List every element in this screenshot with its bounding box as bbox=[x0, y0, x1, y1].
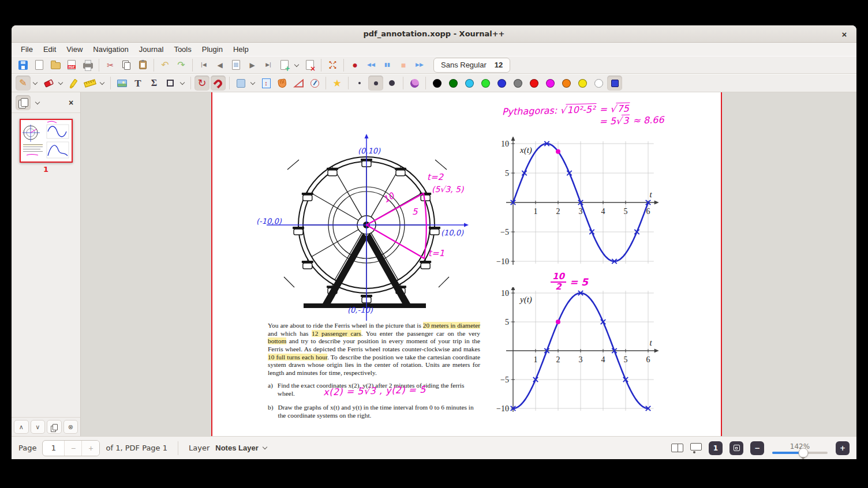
zoom-100-button[interactable]: 1 bbox=[709, 441, 723, 455]
math-tex-tool-icon[interactable]: Σ bbox=[147, 76, 162, 91]
menu-navigation[interactable]: Navigation bbox=[88, 44, 133, 55]
paste-icon[interactable] bbox=[135, 58, 150, 73]
page-number-input[interactable]: 1 bbox=[43, 441, 65, 456]
delete-page-icon[interactable] bbox=[302, 58, 317, 73]
color-swatch-cyan[interactable] bbox=[462, 76, 477, 91]
compass-tool-icon[interactable] bbox=[307, 76, 322, 91]
zoom-fit-button[interactable] bbox=[729, 441, 743, 455]
add-page-dropdown-icon[interactable] bbox=[293, 58, 301, 72]
print-icon[interactable] bbox=[80, 58, 95, 73]
wheel-label-top: (0,10) bbox=[358, 147, 380, 155]
new-document-icon[interactable] bbox=[32, 58, 47, 73]
color-swatch-lime[interactable] bbox=[478, 76, 493, 91]
document-canvas[interactable]: Pythagoras: √10²-5² = √75 = 5√3 ≈ 8.66 bbox=[81, 92, 856, 436]
eraser-options-chevron-icon[interactable] bbox=[57, 76, 65, 90]
color-swatch-blue[interactable] bbox=[494, 76, 509, 91]
shape-recognizer-icon[interactable]: ★ bbox=[330, 76, 345, 91]
zoom-slider-thumb[interactable] bbox=[798, 448, 808, 457]
cut-icon[interactable]: ✂ bbox=[103, 58, 118, 73]
export-pdf-icon[interactable] bbox=[64, 58, 79, 73]
previous-annotated-page-button[interactable]: ∧ bbox=[14, 420, 29, 434]
shape-tool-icon[interactable] bbox=[163, 76, 178, 91]
pdf-page[interactable]: Pythagoras: √10²-5² = √75 = 5√3 ≈ 8.66 bbox=[211, 92, 722, 436]
fill-tool-icon[interactable] bbox=[407, 76, 422, 91]
page-preview-icon[interactable] bbox=[229, 58, 244, 73]
setsquare-tool-icon[interactable] bbox=[291, 76, 306, 91]
color-swatch-magenta[interactable] bbox=[542, 76, 558, 91]
vertical-space-tool-icon[interactable] bbox=[259, 76, 274, 91]
page-thumbnail[interactable] bbox=[20, 119, 73, 163]
hand-tool-icon[interactable] bbox=[275, 76, 290, 91]
close-page-button[interactable]: ⊗ bbox=[63, 420, 78, 434]
stop-icon[interactable]: ■ bbox=[396, 58, 411, 73]
select-options-chevron-icon[interactable] bbox=[249, 76, 257, 90]
color-swatch-white[interactable] bbox=[591, 76, 606, 91]
color-picker-icon[interactable] bbox=[607, 76, 622, 91]
highlighter-tool-icon[interactable] bbox=[66, 76, 81, 91]
color-swatch-orange[interactable] bbox=[559, 76, 574, 91]
color-swatch-black[interactable] bbox=[429, 76, 444, 91]
fullscreen-icon[interactable] bbox=[325, 58, 340, 73]
sidebar-dropdown-chevron-icon[interactable] bbox=[34, 96, 42, 110]
color-swatch-gray[interactable] bbox=[510, 76, 525, 91]
pen-tool-icon[interactable]: ✎ bbox=[16, 76, 31, 91]
menu-view[interactable]: View bbox=[62, 44, 87, 55]
menu-journal[interactable]: Journal bbox=[134, 44, 169, 55]
text-tool-icon[interactable]: T bbox=[130, 76, 145, 91]
duplicate-page-button[interactable] bbox=[47, 420, 62, 434]
rewind-icon[interactable]: ◀◀ bbox=[364, 58, 379, 73]
page-increment-button[interactable]: + bbox=[82, 441, 99, 456]
zoom-slider[interactable] bbox=[772, 452, 828, 454]
redo-icon[interactable]: ↷ bbox=[174, 58, 189, 73]
color-swatch-yellow[interactable] bbox=[575, 76, 590, 91]
menu-edit[interactable]: Edit bbox=[39, 44, 61, 55]
sidebar-close-icon[interactable]: × bbox=[65, 98, 77, 107]
svg-text:x(t): x(t) bbox=[519, 145, 532, 155]
copy-icon[interactable] bbox=[119, 58, 134, 73]
page-decrement-button[interactable]: − bbox=[65, 441, 82, 456]
ruler-tool-icon[interactable] bbox=[83, 76, 98, 91]
last-page-icon[interactable]: ▶| bbox=[261, 58, 276, 73]
undo-icon[interactable]: ↶ bbox=[158, 58, 173, 73]
first-page-icon[interactable]: |◀ bbox=[196, 58, 211, 73]
menu-file[interactable]: File bbox=[16, 44, 38, 55]
next-page-icon[interactable]: ▶ bbox=[245, 58, 260, 73]
color-swatch-green[interactable] bbox=[446, 76, 461, 91]
titlebar[interactable]: pdf_annotation.xopp - Xournal++ × bbox=[12, 25, 856, 43]
ruler-options-chevron-icon[interactable] bbox=[99, 76, 107, 90]
menu-tools[interactable]: Tools bbox=[169, 44, 196, 55]
zoom-in-button[interactable]: + bbox=[836, 441, 850, 455]
color-swatch-red[interactable] bbox=[526, 76, 541, 91]
window-close-button[interactable]: × bbox=[838, 28, 851, 40]
next-annotated-page-button[interactable]: ∨ bbox=[31, 420, 46, 434]
fast-forward-icon[interactable]: ▶▶ bbox=[412, 58, 427, 73]
snap-grid-magnet-icon[interactable] bbox=[211, 76, 226, 91]
zoom-out-button[interactable]: − bbox=[750, 441, 764, 455]
font-selector-button[interactable]: Sans Regular 12 bbox=[433, 58, 510, 73]
presentation-mode-button[interactable] bbox=[690, 443, 702, 453]
layer-dropdown[interactable]: Notes Layer bbox=[215, 444, 266, 452]
menu-plugin[interactable]: Plugin bbox=[197, 44, 227, 55]
pen-options-chevron-icon[interactable] bbox=[32, 76, 40, 90]
pause-icon[interactable]: ▮▮ bbox=[380, 58, 395, 73]
statusbar-separator bbox=[178, 441, 178, 455]
image-tool-icon[interactable] bbox=[114, 76, 129, 91]
thickness-thick-icon[interactable] bbox=[384, 76, 399, 91]
dual-page-view-button[interactable] bbox=[671, 444, 683, 452]
eraser-tool-icon[interactable] bbox=[41, 76, 56, 91]
open-folder-icon[interactable] bbox=[48, 58, 63, 73]
shape-options-chevron-icon[interactable] bbox=[179, 76, 187, 90]
add-page-icon[interactable] bbox=[277, 58, 292, 73]
thickness-fine-icon[interactable] bbox=[352, 76, 367, 91]
save-icon[interactable] bbox=[16, 58, 31, 73]
select-region-icon[interactable] bbox=[233, 76, 248, 91]
previous-page-icon[interactable]: ◀ bbox=[212, 58, 227, 73]
thickness-medium-icon[interactable] bbox=[368, 76, 383, 91]
wheel-label-left: (-10,0) bbox=[256, 217, 282, 226]
snap-rotation-icon[interactable]: ↻ bbox=[194, 76, 209, 91]
sidebar-pages-tab-button[interactable] bbox=[16, 95, 31, 110]
record-icon[interactable]: ● bbox=[347, 58, 362, 73]
toolbar-separator bbox=[229, 77, 230, 89]
wheel-label-height: 5 bbox=[412, 207, 418, 217]
menu-help[interactable]: Help bbox=[229, 44, 253, 55]
